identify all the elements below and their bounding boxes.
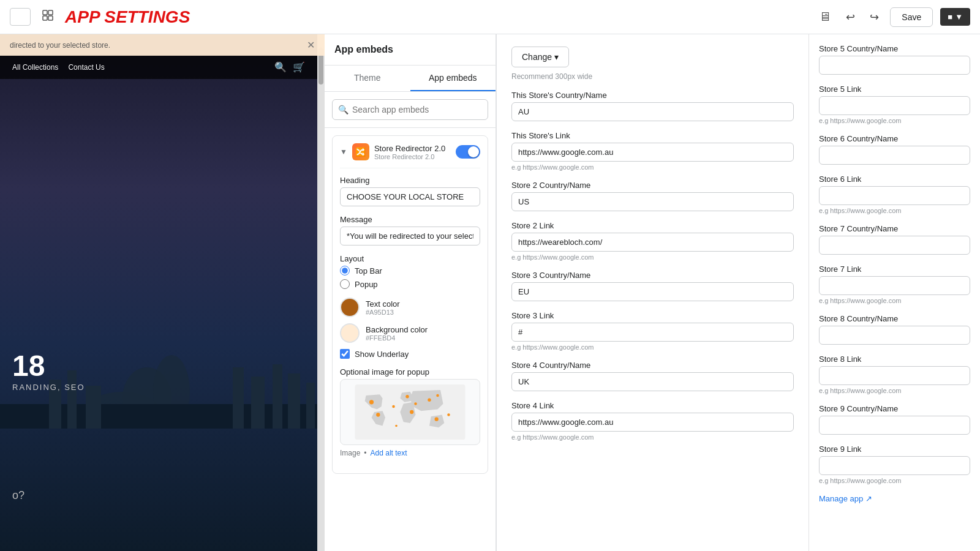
store-panel: Change ▾ Recommend 300px wide This Store… — [496, 34, 809, 551]
embed-info: Store Redirector 2.0 Store Redirector 2.… — [374, 144, 451, 160]
search-embeds-input[interactable] — [332, 99, 488, 120]
preview-panel: directed to your selected store. ✕ All C… — [0, 34, 325, 551]
store-field-input-4[interactable] — [511, 282, 794, 301]
far-right-field-input-2[interactable] — [819, 146, 970, 165]
preview-nav: All Collections Contact Us 🔍 🛒 — [0, 55, 317, 79]
preview-close-btn[interactable]: ✕ — [307, 39, 315, 51]
heading-input[interactable] — [340, 187, 480, 206]
far-right-field-input-0[interactable] — [819, 56, 970, 75]
store-field-label-0: This Store's Country/Name — [511, 91, 794, 100]
store-field-input-1[interactable] — [511, 143, 794, 162]
layout-topbar-radio[interactable] — [340, 266, 350, 276]
store-field-input-3[interactable] — [511, 233, 794, 252]
svg-rect-11 — [233, 367, 244, 429]
far-right-field-input-5[interactable] — [819, 276, 970, 295]
svg-rect-3 — [48, 16, 53, 20]
far-right-field-input-1[interactable] — [819, 96, 970, 115]
store-field-group-0: This Store's Country/Name — [511, 91, 794, 121]
show-underlay-checkbox[interactable] — [340, 349, 350, 359]
store-field-hint-5: e.g https://www.google.com — [511, 343, 794, 351]
toolbar-dropdown[interactable] — [10, 8, 31, 26]
far-right-field-hint-5: e.g https://www.google.com — [819, 297, 970, 304]
far-right-field-input-7[interactable] — [819, 366, 970, 385]
far-right-field-hint-7: e.g https://www.google.com — [819, 387, 970, 394]
far-right-field-group-7: Store 8 Linke.g https://www.google.com — [819, 354, 970, 394]
far-right-field-input-4[interactable] — [819, 236, 970, 255]
device-view-btn[interactable]: 🖥 — [815, 6, 835, 28]
embed-chevron-icon[interactable]: ▼ — [340, 148, 347, 156]
text-color-label: Text color — [366, 299, 400, 309]
svg-rect-15 — [306, 383, 315, 429]
far-right-field-group-6: Store 8 Country/Name — [819, 314, 970, 345]
store-field-input-0[interactable] — [511, 102, 794, 121]
tab-app-embeds[interactable]: App embeds — [410, 66, 496, 91]
store-field-input-7[interactable] — [511, 413, 794, 432]
recommend-text: Recommend 300px wide — [511, 72, 794, 81]
layout-popup-option[interactable]: Popup — [340, 279, 480, 289]
text-color-option: Text color #A95D13 — [340, 298, 480, 317]
text-color-swatch[interactable] — [340, 298, 360, 317]
store-field-label-5: Store 3 Link — [511, 311, 794, 320]
cursor-tool-btn[interactable] — [38, 6, 58, 28]
embed-item-store-redirector: ▼ 🔀 Store Redirector 2.0 Store Redirecto… — [332, 135, 488, 474]
change-button[interactable]: Change ▾ — [511, 47, 569, 67]
embed-logo: 🔀 — [352, 143, 369, 160]
image-upload-area[interactable] — [340, 379, 480, 445]
undo-btn[interactable]: ↩ — [842, 7, 859, 28]
nav-all-collections[interactable]: All Collections — [12, 63, 58, 72]
text-color-value: #A95D13 — [366, 309, 400, 316]
far-right-field-group-9: Store 9 Linke.g https://www.google.com — [819, 444, 970, 484]
svg-rect-10 — [86, 386, 101, 429]
preview-mode-button[interactable]: ■ ▼ — [940, 8, 970, 26]
svg-point-17 — [369, 400, 374, 404]
layout-topbar-option[interactable]: Top Bar — [340, 266, 480, 276]
store-field-input-2[interactable] — [511, 192, 794, 211]
far-right-field-input-3[interactable] — [819, 186, 970, 205]
svg-rect-0 — [43, 10, 47, 15]
far-right-field-group-2: Store 6 Country/Name — [819, 134, 970, 165]
svg-point-26 — [395, 425, 398, 427]
store-fields-container: This Store's Country/NameThis Store's Li… — [511, 91, 794, 441]
store-field-group-7: Store 4 Linke.g https://www.google.com — [511, 401, 794, 441]
store-field-group-2: Store 2 Country/Name — [511, 181, 794, 211]
nav-contact-us[interactable]: Contact Us — [68, 63, 104, 72]
image-link-label: Image — [340, 449, 360, 457]
preview-scrollbar[interactable] — [317, 34, 325, 551]
svg-rect-1 — [48, 10, 53, 15]
cart-icon[interactable]: 🛒 — [293, 61, 305, 73]
layout-label: Layout — [340, 254, 480, 263]
redo-btn[interactable]: ↪ — [866, 7, 883, 28]
embed-toggle[interactable] — [456, 145, 480, 159]
far-right-field-input-9[interactable] — [819, 456, 970, 475]
layout-popup-radio[interactable] — [340, 279, 350, 289]
image-group: Optional image for popup — [340, 367, 480, 457]
far-right-field-label-1: Store 5 Link — [819, 84, 970, 94]
search-icon[interactable]: 🔍 — [274, 61, 287, 73]
embed-name: Store Redirector 2.0 — [374, 144, 451, 153]
far-right-field-label-9: Store 9 Link — [819, 444, 970, 454]
store-field-input-6[interactable] — [511, 372, 794, 391]
preview-bottom-text: o? — [12, 489, 24, 502]
far-right-field-input-6[interactable] — [819, 326, 970, 345]
embed-subname: Store Redirector 2.0 — [374, 153, 451, 160]
far-right-field-label-2: Store 6 Country/Name — [819, 134, 970, 143]
manage-app-link[interactable]: Manage app ↗ — [819, 494, 970, 503]
store-field-hint-1: e.g https://www.google.com — [511, 163, 794, 171]
message-input[interactable] — [340, 227, 480, 246]
store-field-hint-7: e.g https://www.google.com — [511, 433, 794, 441]
add-alt-text-link[interactable]: Add alt text — [371, 449, 407, 457]
tab-theme[interactable]: Theme — [325, 66, 410, 91]
bg-color-value: #FFEBD4 — [366, 334, 428, 342]
settings-header: App embeds — [325, 34, 496, 66]
store-field-input-5[interactable] — [511, 323, 794, 342]
preview-mode-label: ■ — [948, 12, 952, 21]
embed-item-header: ▼ 🔀 Store Redirector 2.0 Store Redirecto… — [340, 143, 480, 160]
save-button[interactable]: Save — [890, 7, 933, 27]
manage-app-label: Manage app — [819, 494, 863, 503]
far-right-field-label-5: Store 7 Link — [819, 264, 970, 274]
bg-color-swatch[interactable] — [340, 323, 360, 343]
svg-rect-13 — [273, 364, 282, 429]
image-link-row: Image • Add alt text — [340, 449, 480, 457]
layout-topbar-label: Top Bar — [355, 266, 382, 276]
far-right-field-input-8[interactable] — [819, 416, 970, 435]
